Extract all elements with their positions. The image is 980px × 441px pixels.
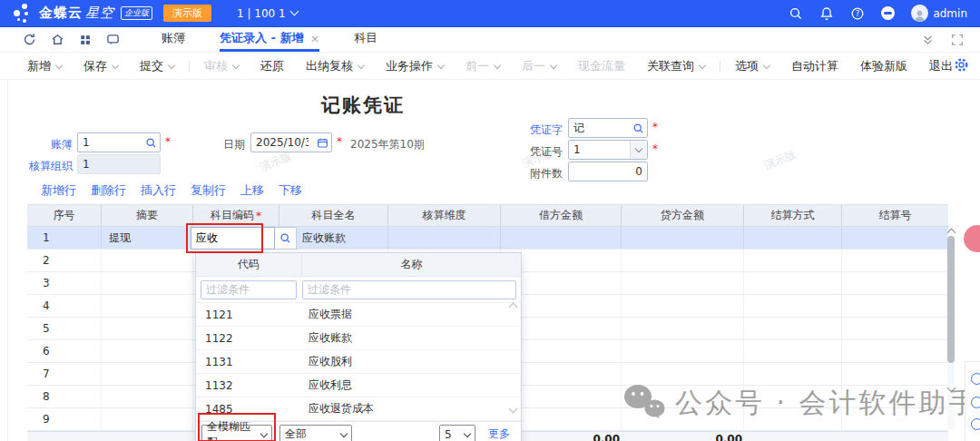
column-header-seq[interactable]: 序号 (27, 205, 102, 226)
credit-cell[interactable] (622, 227, 744, 249)
column-header-account-code[interactable]: 科目编码* (193, 205, 279, 226)
delete-row-link[interactable]: 删除行 (91, 182, 126, 199)
search-icon[interactable] (789, 6, 803, 21)
attachment-input[interactable] (569, 165, 647, 178)
grid-cell[interactable] (622, 318, 744, 339)
toolbar-cashier-review-button[interactable]: 出纳复核 (306, 58, 364, 74)
grid-cell[interactable] (842, 363, 948, 385)
column-header-debit[interactable]: 借方金额 (501, 205, 622, 226)
account-option[interactable]: 1122应收账款 (196, 327, 521, 350)
toolbar-audit-button[interactable]: 审核 (204, 58, 239, 74)
toolbar-submit-button[interactable]: 提交 (140, 58, 174, 74)
grid-cell[interactable] (842, 318, 948, 339)
calendar-icon[interactable] (313, 137, 331, 149)
grid-cell[interactable] (842, 295, 948, 317)
account-option[interactable]: 1485应收退货成本 (196, 397, 521, 421)
grid-cell[interactable] (102, 363, 193, 385)
voucher-no-dropdown-button[interactable] (630, 141, 647, 159)
floating-sidebar-partial[interactable] (965, 361, 980, 441)
help-icon[interactable]: ? (850, 6, 865, 21)
grid-cell[interactable] (102, 295, 193, 317)
apps-grid-icon[interactable] (79, 34, 92, 46)
settings-gear-icon[interactable] (954, 57, 969, 75)
close-tab-icon[interactable]: × (309, 32, 319, 45)
collapse-double-chevron-icon[interactable] (921, 34, 935, 46)
voucher-word-field[interactable] (568, 118, 648, 138)
lookup-search-icon[interactable] (142, 137, 160, 149)
grid-cell[interactable] (842, 340, 948, 362)
column-header-dimension[interactable]: 核算维度 (388, 205, 501, 226)
column-header-settle-no[interactable]: 结算号 (842, 205, 948, 226)
ledger-label[interactable]: 账簿 (25, 137, 73, 152)
toolbar-next-button[interactable]: 后一 (522, 58, 556, 74)
account-lookup-search-icon[interactable] (275, 227, 297, 250)
toolbar-business-ops-button[interactable]: 业务操作 (386, 58, 444, 74)
notification-bell-icon[interactable] (819, 6, 834, 21)
date-field[interactable] (250, 132, 332, 152)
grid-cell[interactable] (622, 340, 744, 362)
grid-cell[interactable] (622, 272, 744, 294)
grid-cell[interactable] (744, 340, 842, 362)
ledger-input[interactable] (78, 136, 142, 149)
toolbar-autocalc-button[interactable]: 自动计算 (791, 58, 838, 74)
toolbar-cashflow-button[interactable]: 现金流量 (578, 58, 625, 74)
column-header-account-name[interactable]: 科目全名 (279, 205, 388, 226)
floating-badge[interactable] (964, 225, 980, 252)
toolbar-related-query-button[interactable]: 关联查询 (647, 58, 705, 74)
voucher-no-input[interactable] (569, 143, 630, 156)
grid-cell[interactable] (102, 408, 193, 430)
settle-no-cell[interactable] (842, 227, 948, 249)
summary-cell[interactable]: 提现 (102, 227, 193, 249)
lookup-search-icon[interactable] (629, 122, 647, 134)
toolbar-options-button[interactable]: 选项 (735, 58, 769, 74)
home-icon[interactable] (51, 33, 64, 46)
grid-cell[interactable] (744, 250, 842, 271)
org-switcher[interactable]: 1 | 100 1 (237, 7, 298, 20)
scope-select[interactable]: 全部 (279, 425, 352, 441)
account-option[interactable]: 1131应收股利 (196, 350, 521, 374)
copy-row-link[interactable]: 复制行 (191, 182, 226, 199)
dimension-cell[interactable] (388, 227, 501, 249)
grid-cell[interactable] (744, 272, 842, 294)
tab-voucher-entry-new[interactable]: 凭证录入 - 新增 × (220, 27, 319, 52)
debit-cell[interactable] (501, 227, 622, 249)
org-label[interactable]: 核算组织 (20, 159, 73, 174)
settle-method-cell[interactable] (744, 227, 842, 249)
grid-row-1[interactable]: 1 提现 应收账款 (27, 227, 948, 250)
toolbar-restore-button[interactable]: 还原 (260, 58, 284, 74)
grid-cell[interactable] (744, 318, 842, 339)
toolbar-save-button[interactable]: 保存 (83, 58, 118, 74)
toolbar-new-version-button[interactable]: 体验新版 (860, 58, 907, 74)
status-dnd-icon[interactable] (881, 6, 895, 20)
message-icon[interactable] (106, 33, 120, 46)
grid-cell[interactable] (102, 250, 193, 271)
voucher-no-field[interactable] (568, 140, 648, 160)
account-code-input[interactable] (191, 232, 274, 245)
grid-cell[interactable] (842, 272, 948, 294)
grid-cell[interactable] (622, 250, 744, 271)
tab-ledger[interactable]: 账簿 (162, 27, 185, 52)
toolbar-prev-button[interactable]: 前一 (466, 58, 500, 74)
attachment-field[interactable] (568, 162, 648, 181)
insert-row-link[interactable]: 插入行 (141, 182, 176, 199)
grid-cell[interactable] (622, 295, 744, 317)
scrollbar-thumb[interactable] (947, 236, 955, 363)
page-size-select[interactable]: 5 (439, 425, 475, 441)
move-up-link[interactable]: 上移 (240, 182, 264, 199)
column-header-credit[interactable]: 贷方金额 (622, 205, 744, 226)
fullscreen-icon[interactable] (951, 34, 964, 46)
account-option[interactable]: 1121应收票据 (196, 303, 521, 327)
move-down-link[interactable]: 下移 (279, 182, 302, 199)
column-header-settle-method[interactable]: 结算方式 (744, 205, 842, 226)
refresh-icon[interactable] (23, 33, 36, 46)
user-menu[interactable]: admin (911, 5, 967, 22)
grid-cell[interactable] (744, 295, 842, 317)
tab-account[interactable]: 科目 (354, 27, 377, 52)
add-row-link[interactable]: 新增行 (41, 182, 76, 199)
voucher-word-input[interactable] (569, 122, 629, 134)
account-option[interactable]: 1132应收利息 (196, 374, 521, 397)
code-filter-input[interactable] (201, 280, 297, 299)
ledger-field[interactable] (77, 132, 161, 152)
date-input[interactable] (251, 136, 313, 149)
match-mode-select[interactable]: 全模糊匹配 (201, 425, 272, 441)
